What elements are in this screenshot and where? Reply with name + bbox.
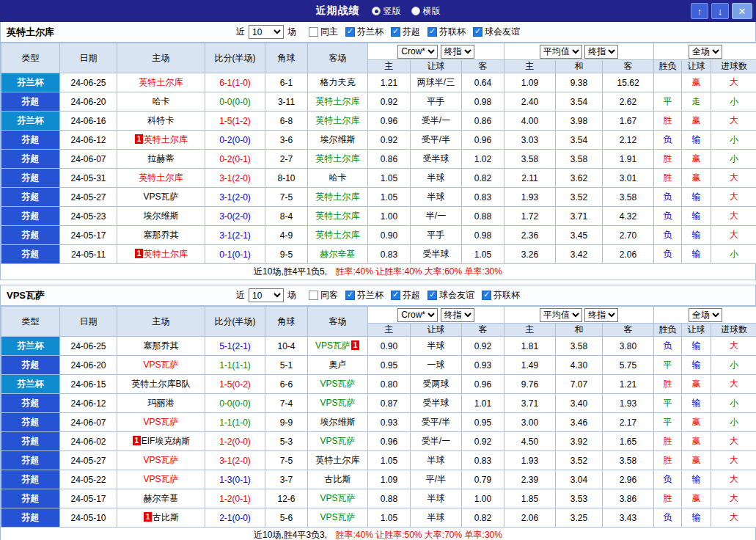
checkbox-icon[interactable] xyxy=(309,291,318,300)
odds-home-cell: 0.87 xyxy=(368,394,411,413)
score-cell: 3-1(2-0) xyxy=(205,451,265,470)
away-team-name[interactable]: VPS瓦萨 xyxy=(320,493,355,503)
away-team-name[interactable]: VPS瓦萨 xyxy=(320,436,355,446)
home-team-name[interactable]: 塞那乔其 xyxy=(144,230,179,240)
away-team-name[interactable]: 古比斯 xyxy=(325,474,351,484)
league-filter[interactable]: 芬兰杯 xyxy=(345,289,383,302)
radio-icon[interactable] xyxy=(372,7,381,15)
away-team-name[interactable]: 英特土尔库 xyxy=(316,115,360,125)
checkbox-icon[interactable] xyxy=(427,27,437,37)
home-team-name[interactable]: 埃尔维斯 xyxy=(144,211,179,221)
handicap-result-cell: 输 xyxy=(682,207,711,226)
score-cell: 1-1(1-1) xyxy=(205,356,265,375)
home-team-name[interactable]: 英特土尔库 xyxy=(144,249,188,259)
away-team-name[interactable]: 英特土尔库 xyxy=(316,153,360,164)
away-team-name[interactable]: VPS瓦萨 xyxy=(320,512,355,522)
goals-result-cell: 大 xyxy=(711,112,756,131)
checkbox-icon[interactable] xyxy=(309,27,318,37)
home-team-name[interactable]: 科特卡 xyxy=(148,115,175,125)
subcol-avg-away: 客 xyxy=(603,60,654,73)
fulltime-select[interactable]: 全场 xyxy=(689,45,722,59)
home-team-name[interactable]: VPS瓦萨 xyxy=(143,191,178,202)
home-team-name[interactable]: VPS瓦萨 xyxy=(143,474,178,484)
winloss-cell: 平 xyxy=(654,356,682,375)
bookmaker-select[interactable]: Crow* xyxy=(397,45,438,59)
away-team-name[interactable]: 格力夫克 xyxy=(320,77,356,87)
view-mode-option[interactable]: 横版 xyxy=(411,5,441,18)
checkbox-icon[interactable] xyxy=(345,291,355,300)
odds-away-cell: 0.98 xyxy=(462,92,504,112)
recent-count-select[interactable]: 10 xyxy=(249,25,284,39)
score-cell: 3-1(2-1) xyxy=(205,226,265,245)
handicap-result-cell: 赢 xyxy=(682,73,711,92)
league-filter[interactable]: 芬联杯 xyxy=(482,289,520,302)
league-filter[interactable]: 芬超 xyxy=(391,289,420,302)
checkbox-icon[interactable] xyxy=(482,291,491,300)
home-team-name[interactable]: 英特土尔库 xyxy=(139,77,183,87)
league-filter[interactable]: 球会友谊 xyxy=(473,26,520,38)
home-team-name[interactable]: 赫尔辛基 xyxy=(144,493,179,503)
home-team-name[interactable]: VPS瓦萨 xyxy=(143,360,178,370)
home-team-name[interactable]: 英特土尔库 xyxy=(144,134,188,145)
score-cell: 3-1(2-0) xyxy=(205,169,265,188)
checkbox-icon[interactable] xyxy=(473,27,482,37)
home-team-name[interactable]: 玛丽港 xyxy=(148,398,175,408)
home-team-name[interactable]: 拉赫蒂 xyxy=(148,153,175,164)
away-team-name[interactable]: VPS瓦萨 xyxy=(320,398,355,408)
home-team-name[interactable]: 英特土尔库 xyxy=(139,172,183,183)
league-filter[interactable]: 芬超 xyxy=(391,26,420,38)
odds-time-select[interactable]: 终指 xyxy=(441,308,474,322)
checkbox-icon[interactable] xyxy=(345,27,355,37)
away-team-name[interactable]: 埃尔维斯 xyxy=(320,134,356,145)
fulltime-select[interactable]: 全场 xyxy=(689,308,722,322)
odds-away-cell: 0.92 xyxy=(462,432,504,451)
away-team-name[interactable]: 英特土尔库 xyxy=(316,191,360,202)
home-team-name[interactable]: 哈卡 xyxy=(153,96,170,106)
corner-cell: 6-8 xyxy=(265,112,308,131)
home-team-name[interactable]: 古比斯 xyxy=(153,512,179,522)
radio-icon[interactable] xyxy=(411,7,420,15)
league-filter[interactable]: 同主 xyxy=(309,26,338,38)
away-team-name[interactable]: VPS瓦萨 xyxy=(315,340,351,351)
away-team-name[interactable]: 埃尔维斯 xyxy=(320,417,356,427)
avg-draw-cell: 3.62 xyxy=(556,169,603,188)
away-team-name[interactable]: 赫尔辛基 xyxy=(320,249,356,259)
bookmaker-select[interactable]: Crow* xyxy=(397,308,438,322)
away-team-name[interactable]: 英特土尔库 xyxy=(316,211,360,221)
home-team-name[interactable]: VPS瓦萨 xyxy=(143,417,178,427)
league-filter[interactable]: 同客 xyxy=(309,289,338,302)
odds-home-cell: 0.93 xyxy=(368,413,411,432)
checkbox-icon[interactable] xyxy=(427,291,437,300)
away-team-name[interactable]: 英特土尔库 xyxy=(316,96,360,106)
recent-count-select[interactable]: 10 xyxy=(249,288,284,302)
home-team-name[interactable]: EIF埃克纳斯 xyxy=(142,436,191,446)
home-team-name[interactable]: 塞那乔其 xyxy=(144,340,179,351)
scroll-up-button[interactable]: ↑ xyxy=(691,3,708,19)
checkbox-icon[interactable] xyxy=(391,291,400,300)
average-time-select[interactable]: 终指 xyxy=(584,45,618,59)
red-card-badge: 1 xyxy=(135,134,143,144)
scroll-down-button[interactable]: ↓ xyxy=(711,3,729,19)
away-team-name[interactable]: 英特土尔库 xyxy=(316,230,360,240)
league-filter[interactable]: 芬兰杯 xyxy=(345,26,383,38)
away-team-name[interactable]: 英特土尔库 xyxy=(316,455,360,465)
away-team-name[interactable]: VPS瓦萨 xyxy=(320,379,355,389)
league-cell: 芬兰杯 xyxy=(1,337,60,356)
home-team-name[interactable]: 英特土尔库B队 xyxy=(131,379,190,389)
away-team-cell: 英特土尔库 xyxy=(308,226,368,245)
goals-result-cell: 大 xyxy=(711,169,756,188)
away-team-name[interactable]: 奥卢 xyxy=(329,360,347,370)
close-button[interactable]: ✕ xyxy=(732,3,752,19)
away-team-name[interactable]: 哈卡 xyxy=(329,172,347,183)
away-team-cell: 古比斯 xyxy=(308,470,368,489)
league-filter[interactable]: 球会友谊 xyxy=(427,289,474,302)
section-inter-turku: 英特土尔库 近 10 场 同主 芬兰杯 芬超 芬联杯 xyxy=(0,22,756,280)
average-select[interactable]: 平均值 xyxy=(540,308,582,322)
odds-time-select[interactable]: 终指 xyxy=(441,45,474,59)
view-mode-option[interactable]: 竖版 xyxy=(372,5,401,18)
home-team-name[interactable]: VPS瓦萨 xyxy=(143,455,178,465)
average-select[interactable]: 平均值 xyxy=(540,45,582,59)
league-filter[interactable]: 芬联杯 xyxy=(427,26,466,38)
checkbox-icon[interactable] xyxy=(391,27,400,37)
average-time-select[interactable]: 终指 xyxy=(584,308,618,322)
